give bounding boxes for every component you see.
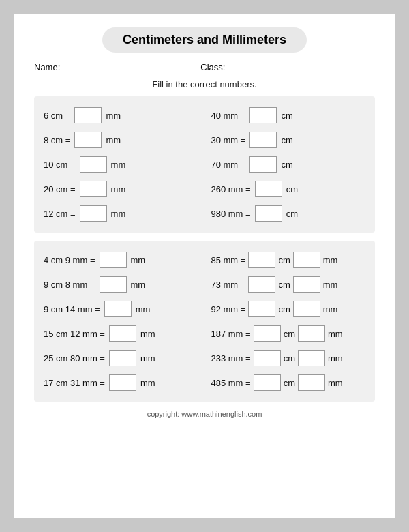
- left-label: 15 cm 12 mm =: [44, 329, 105, 339]
- left-input-box[interactable]: [100, 276, 127, 293]
- right-input-box[interactable]: [249, 107, 277, 123]
- class-field: Class:: [200, 62, 297, 72]
- left-label: 4 cm 9 mm =: [44, 255, 95, 265]
- left-unit: mm: [140, 353, 155, 364]
- right-label: 260 mm =: [211, 184, 250, 194]
- right-input-box-cm[interactable]: [254, 325, 281, 342]
- section2-row: 9 cm 14 mm = mm 92 mm = cm mm: [44, 297, 365, 321]
- left-input-box[interactable]: [109, 325, 136, 342]
- right-half: 85 mm = cm mm: [211, 252, 365, 268]
- right-label: 70 mm =: [211, 160, 245, 170]
- left-input-box[interactable]: [109, 374, 136, 391]
- right-half: 187 mm = cm mm: [211, 325, 365, 342]
- left-label: 8 cm =: [44, 135, 70, 145]
- right-input-box-cm[interactable]: [248, 301, 275, 317]
- left-label: 9 cm 8 mm =: [44, 280, 95, 290]
- right-input-box-cm[interactable]: [254, 350, 281, 366]
- right-half: 233 mm = cm mm: [211, 350, 365, 366]
- left-half: 9 cm 14 mm = mm: [44, 301, 198, 317]
- right-unit1: cm: [278, 280, 290, 290]
- right-unit: cm: [281, 135, 292, 145]
- left-half: 9 cm 8 mm = mm: [44, 276, 198, 293]
- left-input-box[interactable]: [74, 107, 102, 123]
- left-unit: mm: [131, 280, 146, 290]
- right-input-box[interactable]: [249, 156, 277, 173]
- right-unit1: cm: [284, 329, 295, 339]
- left-input-box[interactable]: [74, 132, 102, 148]
- section1-row: 6 cm = mm 40 mm = cm: [44, 103, 365, 128]
- name-label: Name:: [34, 62, 60, 72]
- right-half: 73 mm = cm mm: [211, 276, 365, 293]
- right-label: 980 mm =: [211, 209, 250, 219]
- right-input-box-cm[interactable]: [248, 252, 275, 268]
- right-half: 980 mm = cm: [211, 205, 365, 222]
- left-half: 17 cm 31 mm = mm: [44, 374, 198, 391]
- right-half: 30 mm = cm: [211, 132, 365, 148]
- name-class-row: Name: Class:: [34, 62, 375, 72]
- left-input-box[interactable]: [104, 301, 132, 317]
- right-input-box[interactable]: [255, 205, 282, 222]
- left-label: 6 cm =: [44, 110, 70, 121]
- section2-row: 4 cm 9 mm = mm 85 mm = cm mm: [44, 248, 365, 272]
- right-unit2: mm: [323, 255, 338, 265]
- left-unit: mm: [140, 329, 155, 339]
- left-input-box[interactable]: [109, 350, 136, 366]
- right-half: 92 mm = cm mm: [211, 301, 365, 317]
- section1-row: 12 cm = mm 980 mm = cm: [44, 201, 365, 226]
- right-label: 187 mm =: [211, 329, 250, 339]
- left-half: 10 cm = mm: [44, 156, 198, 173]
- right-unit1: cm: [278, 304, 290, 314]
- section-2: 4 cm 9 mm = mm 85 mm = cm mm 9 cm 8 mm =…: [34, 241, 375, 402]
- right-input-box-mm[interactable]: [298, 350, 325, 366]
- right-input-box-mm[interactable]: [293, 252, 320, 268]
- worksheet-title: Centimeters and Millimeters: [102, 27, 307, 53]
- right-half: 485 mm = cm mm: [211, 374, 365, 391]
- right-unit2: mm: [328, 329, 343, 339]
- section1-row: 8 cm = mm 30 mm = cm: [44, 128, 365, 152]
- right-input-box-mm[interactable]: [293, 301, 320, 317]
- right-half: 70 mm = cm: [211, 156, 365, 173]
- left-half: 8 cm = mm: [44, 132, 198, 148]
- left-unit: mm: [140, 378, 155, 388]
- left-label: 17 cm 31 mm =: [44, 378, 105, 388]
- right-label: 40 mm =: [211, 110, 245, 121]
- right-input-box-mm[interactable]: [298, 374, 325, 391]
- section2-row: 9 cm 8 mm = mm 73 mm = cm mm: [44, 272, 365, 297]
- left-input-box[interactable]: [100, 252, 127, 268]
- right-label: 30 mm =: [211, 135, 245, 145]
- left-unit: mm: [111, 184, 126, 194]
- right-unit2: mm: [328, 378, 343, 388]
- name-field: Name:: [34, 62, 187, 72]
- title-wrapper: Centimeters and Millimeters: [34, 27, 375, 53]
- right-input-box-mm[interactable]: [293, 276, 320, 293]
- right-label: 485 mm =: [211, 378, 250, 388]
- copyright-text: copyright: www.mathinenglish.com: [34, 410, 375, 418]
- right-unit1: cm: [278, 255, 290, 265]
- section2-row: 17 cm 31 mm = mm 485 mm = cm mm: [44, 370, 365, 395]
- right-input-box-cm[interactable]: [254, 374, 281, 391]
- left-label: 9 cm 14 mm =: [44, 304, 100, 314]
- right-input-box[interactable]: [249, 132, 277, 148]
- right-unit: cm: [281, 110, 292, 121]
- left-label: 12 cm =: [44, 209, 76, 219]
- right-input-box[interactable]: [255, 181, 282, 197]
- left-half: 12 cm = mm: [44, 205, 198, 222]
- left-input-box[interactable]: [80, 181, 107, 197]
- left-input-box[interactable]: [80, 205, 107, 222]
- section2-row: 15 cm 12 mm = mm 187 mm = cm mm: [44, 321, 365, 346]
- left-unit: mm: [131, 255, 146, 265]
- section1-row: 20 cm = mm 260 mm = cm: [44, 177, 365, 201]
- right-input-box-cm[interactable]: [248, 276, 275, 293]
- right-label: 85 mm =: [211, 255, 245, 265]
- right-unit: cm: [281, 160, 292, 170]
- left-unit: mm: [111, 160, 126, 170]
- right-unit1: cm: [284, 378, 295, 388]
- name-line[interactable]: [64, 63, 187, 72]
- left-label: 20 cm =: [44, 184, 76, 194]
- class-line[interactable]: [229, 63, 297, 72]
- left-input-box[interactable]: [80, 156, 107, 173]
- left-unit: mm: [136, 304, 151, 314]
- right-input-box-mm[interactable]: [298, 325, 325, 342]
- right-unit2: mm: [323, 280, 338, 290]
- right-unit: cm: [286, 209, 298, 219]
